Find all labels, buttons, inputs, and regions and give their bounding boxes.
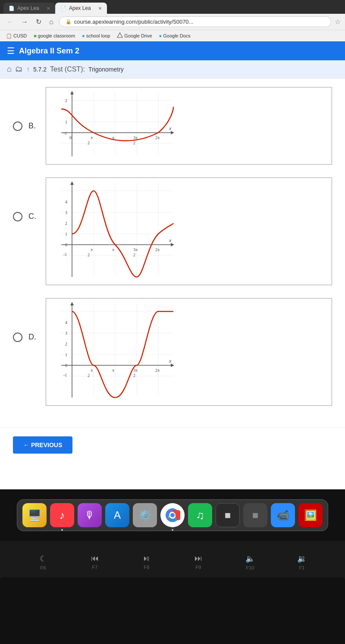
dock: 🖥️ ♪ 🎙 A ⚙️ [17, 499, 328, 531]
svg-text:0: 0 [69, 135, 72, 140]
svg-text:1: 1 [65, 120, 67, 124]
forward-button[interactable]: → [19, 17, 30, 27]
f11-label: F1 [276, 565, 328, 570]
svg-text:0: 0 [65, 363, 67, 368]
option-c-radio[interactable] [13, 212, 22, 221]
svg-text:π: π [112, 247, 114, 252]
svg-text:1: 1 [65, 232, 67, 236]
svg-text:x: x [169, 126, 172, 131]
breadcrumb-bar: ⌂ 🗂 ↑ 5.7.2 Test (CST): Trigonometry [0, 60, 345, 78]
svg-point-80 [170, 513, 175, 517]
svg-text:x: x [169, 358, 172, 364]
f10-label: F10 [224, 565, 276, 570]
option-c-graph: 0 2 3 4 1 -1 π 2 π 3π 2 2π x [46, 177, 332, 285]
page-content: ☰ Algebra II Sem 2 ⌂ 🗂 ↑ 5.7.2 Test (CST… [0, 41, 345, 489]
svg-marker-0 [117, 33, 122, 37]
dock-appstore[interactable]: A [105, 503, 129, 527]
graph-c-svg: 0 2 3 4 1 -1 π 2 π 3π 2 2π x [46, 178, 180, 286]
svg-text:4: 4 [65, 320, 67, 325]
dock-finder[interactable]: 🖥️ [22, 503, 47, 527]
svg-text:2π: 2π [155, 368, 160, 373]
dock-podcasts[interactable]: 🎙 [78, 503, 102, 527]
previous-button[interactable]: ← PREVIOUS [13, 436, 72, 454]
hamburger-menu-icon[interactable]: ☰ [7, 46, 15, 56]
dock-zoom[interactable]: 📹 [271, 503, 295, 527]
svg-text:π: π [91, 247, 93, 252]
active-tab-label: Apex Lea [69, 5, 91, 11]
dock-roblox[interactable]: ■ [216, 503, 240, 527]
svg-text:2: 2 [65, 98, 67, 103]
key-f10-area: 🔈 F10 [224, 554, 276, 570]
svg-text:2π: 2π [155, 135, 160, 140]
f7-label: F7 [69, 565, 121, 570]
svg-text:2: 2 [133, 373, 135, 378]
graph-b-svg: 0 π 2 π 3π 2 2π 1 2 -1 x [46, 87, 180, 165]
dock-area: 🖥️ ♪ 🎙 A ⚙️ [0, 489, 345, 541]
svg-marker-37 [171, 243, 174, 246]
f8-label: F8 [121, 565, 172, 570]
svg-text:4: 4 [65, 199, 67, 204]
dock-settings[interactable]: ⚙️ [133, 503, 157, 527]
option-b-row: B. [13, 87, 332, 165]
bookmark-docs-label: Google Docs [163, 33, 191, 38]
bookmark-school-loop[interactable]: ● school loop [79, 32, 113, 39]
url-text: course.apexlearning.com/public/activity/… [74, 19, 325, 25]
option-b-radio[interactable] [13, 121, 22, 131]
graph-d-svg: 0 1 2 3 4 -1 π 2 π 3π 2 2π x [46, 299, 180, 406]
key-f7-area: ⏮ F7 [69, 554, 121, 570]
bookmark-google-drive[interactable]: Google Drive [114, 31, 154, 40]
svg-text:2: 2 [88, 252, 90, 257]
option-d-graph: 0 1 2 3 4 -1 π 2 π 3π 2 2π x [46, 298, 332, 406]
svg-text:2: 2 [65, 221, 67, 226]
folder-icon[interactable]: 🗂 [15, 65, 23, 74]
svg-text:1: 1 [65, 352, 67, 357]
address-bar[interactable]: 🔒 course.apexlearning.com/public/activit… [59, 16, 331, 27]
f6-symbol: ☾ [17, 554, 69, 563]
dock-chrome[interactable] [160, 503, 185, 527]
bookmark-google-classroom[interactable]: ■ google classroom [31, 32, 78, 39]
drive-icon [117, 32, 123, 39]
svg-marker-63 [171, 364, 174, 367]
dock-chrome-dot [172, 529, 173, 531]
option-d-radio[interactable] [13, 333, 22, 342]
f9-label: F9 [172, 565, 224, 570]
bookmark-star-button[interactable]: ☆ [335, 18, 341, 26]
tab-apexlea1[interactable]: 📄 Apex Lea ✕ [3, 3, 55, 14]
svg-text:2: 2 [88, 140, 90, 145]
svg-text:π: π [112, 368, 114, 373]
dock-music[interactable]: ♪ [50, 503, 74, 527]
breadcrumb-up-icon: ↑ [26, 65, 30, 73]
svg-marker-13 [171, 131, 174, 134]
option-b-label: B. [28, 121, 39, 131]
key-f6-area: ☾ F6 [17, 554, 69, 570]
tab-apexlea2[interactable]: 📄 Apex Lea ✕ [55, 3, 107, 14]
dock-photos[interactable]: 🖼️ [298, 503, 323, 527]
f6-label: F6 [17, 565, 69, 570]
dock-unknown1[interactable]: ■ [243, 503, 267, 527]
option-d-row: D. [13, 298, 332, 406]
ssl-lock-icon: 🔒 [66, 19, 72, 25]
bookmark-google-docs[interactable]: ● Google Docs [157, 32, 193, 39]
home-icon[interactable]: ⌂ [7, 65, 12, 74]
svg-text:-1: -1 [63, 373, 67, 377]
svg-marker-62 [70, 302, 74, 305]
f7-symbol: ⏮ [69, 554, 121, 563]
key-f8-area: ⏯ F8 [121, 554, 172, 570]
svg-text:-1: -1 [63, 252, 67, 257]
bookmark-drive-label: Google Drive [124, 33, 152, 38]
schoolloop-icon: ● [82, 33, 85, 38]
reload-button[interactable]: ↻ [34, 16, 44, 27]
breadcrumb-topic: Trigonometry [88, 66, 124, 73]
page-title: Algebra II Sem 2 [19, 47, 79, 56]
svg-text:2: 2 [133, 140, 135, 145]
bookmark-cusd[interactable]: 📋 CUSD [3, 32, 29, 40]
home-button[interactable]: ⌂ [47, 17, 56, 27]
option-d-label: D. [28, 333, 39, 342]
dock-spotify[interactable]: ♫ [188, 503, 212, 527]
svg-text:π: π [91, 135, 93, 140]
tab-bar: 📄 Apex Lea ✕ 📄 Apex Lea ✕ [0, 0, 345, 14]
f10-symbol: 🔈 [224, 554, 276, 563]
back-button[interactable]: ← [4, 17, 16, 27]
svg-marker-12 [70, 91, 74, 94]
tab-close-btn[interactable]: ✕ [98, 6, 102, 11]
